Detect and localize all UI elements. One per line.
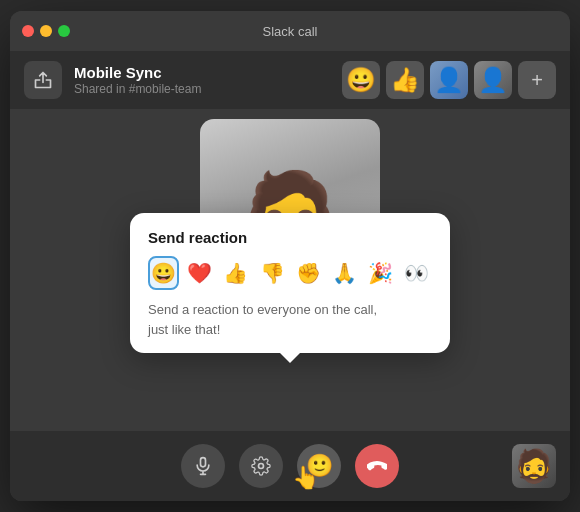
- meeting-channel: Shared in #mobile-team: [74, 82, 330, 96]
- main-window: Slack call Mobile Sync Shared in #mobile…: [10, 11, 570, 501]
- avatar-photo-person: 👤: [434, 66, 464, 94]
- self-view-avatar: 🧔: [512, 444, 556, 488]
- maximize-button[interactable]: [58, 25, 70, 37]
- gear-icon: [251, 456, 271, 476]
- emoji-reaction-button[interactable]: 🙂: [297, 444, 341, 488]
- participant-avatar-1[interactable]: 😀: [342, 61, 380, 99]
- avatar-emoji-2: 👍: [390, 66, 420, 94]
- window-title: Slack call: [263, 24, 318, 39]
- reaction-popup: Send reaction 😀 ❤️ 👍 👎 ✊ 🙏 🎉 👀 Send a re…: [130, 213, 450, 353]
- reaction-emoji-2[interactable]: ❤️: [185, 256, 215, 290]
- reaction-emoji-7[interactable]: 🎉: [366, 256, 396, 290]
- svg-rect-0: [201, 458, 206, 467]
- participant-avatars: 😀 👍 👤 👤 +: [342, 61, 556, 99]
- mic-button[interactable]: [181, 444, 225, 488]
- minimize-button[interactable]: [40, 25, 52, 37]
- settings-button[interactable]: [239, 444, 283, 488]
- reaction-emoji-8[interactable]: 👀: [402, 256, 432, 290]
- reaction-emoji-6[interactable]: 🙏: [329, 256, 359, 290]
- participant-avatar-4[interactable]: 👤: [474, 61, 512, 99]
- meeting-info: Mobile Sync Shared in #mobile-team: [74, 64, 330, 96]
- reaction-emoji-4[interactable]: 👎: [257, 256, 287, 290]
- smiley-icon: 🙂: [306, 453, 333, 479]
- self-avatar-emoji: 🧔: [514, 447, 554, 485]
- reaction-popup-title: Send reaction: [148, 229, 432, 246]
- titlebar: Slack call: [10, 11, 570, 51]
- phone-end-icon: [367, 456, 387, 476]
- avatar-photo-person-2: 👤: [478, 66, 508, 94]
- controls-bar: 🙂 🧔 👆: [10, 431, 570, 501]
- main-content: 🧔 Send reaction 😀 ❤️ 👍 👎 ✊ 🙏 🎉 👀 Send a …: [10, 109, 570, 431]
- call-header: Mobile Sync Shared in #mobile-team 😀 👍 👤…: [10, 51, 570, 109]
- reaction-emoji-5[interactable]: ✊: [293, 256, 323, 290]
- reaction-emoji-3[interactable]: 👍: [221, 256, 251, 290]
- meeting-title: Mobile Sync: [74, 64, 330, 81]
- share-icon: [33, 70, 53, 90]
- end-call-button[interactable]: [355, 444, 399, 488]
- close-button[interactable]: [22, 25, 34, 37]
- add-participant-button[interactable]: +: [518, 61, 556, 99]
- mic-icon: [193, 456, 213, 476]
- traffic-lights: [22, 25, 70, 37]
- reaction-emoji-1[interactable]: 😀: [148, 256, 179, 290]
- share-button[interactable]: [24, 61, 62, 99]
- participant-avatar-3[interactable]: 👤: [430, 61, 468, 99]
- reaction-description: Send a reaction to everyone on the call,…: [148, 300, 432, 339]
- reaction-emojis-row: 😀 ❤️ 👍 👎 ✊ 🙏 🎉 👀: [148, 256, 432, 290]
- avatar-emoji-1: 😀: [346, 66, 376, 94]
- svg-point-1: [259, 464, 264, 469]
- participant-avatar-2[interactable]: 👍: [386, 61, 424, 99]
